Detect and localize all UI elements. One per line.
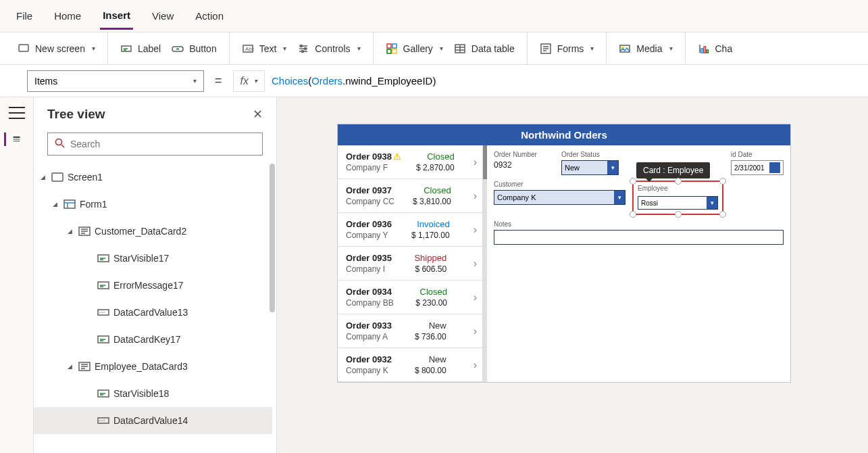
tree-node-Employee_DataCard3[interactable]: ◢Employee_DataCard3 xyxy=(34,353,272,380)
svg-rect-9 xyxy=(387,44,391,48)
tree-panel: Tree view ✕ ◢Screen1◢Form1◢Customer_Data… xyxy=(34,97,277,453)
order-amount: $ 1,170.00 xyxy=(411,231,450,240)
button-button[interactable]: Button xyxy=(169,40,219,57)
tree-node-DataCardKey17[interactable]: DataCardKey17 xyxy=(34,326,272,353)
fx-button[interactable]: fx ▾ xyxy=(233,70,265,92)
tree-node-ErrorMessage17[interactable]: ErrorMessage17 xyxy=(34,272,272,299)
scrollbar[interactable] xyxy=(268,164,276,453)
tree-node-label: DataCardKey17 xyxy=(113,334,181,345)
tree-node-Screen1[interactable]: ◢Screen1 xyxy=(34,164,272,191)
resize-handle[interactable] xyxy=(675,178,682,185)
order-company: Company BB xyxy=(346,298,394,308)
svg-rect-18 xyxy=(704,47,706,53)
menu-view[interactable]: View xyxy=(149,3,176,28)
order-number: Order 0934 xyxy=(346,287,394,297)
property-selector[interactable]: Items ▾ xyxy=(27,70,204,92)
svg-point-29 xyxy=(103,312,104,312)
tree-view-icon[interactable] xyxy=(4,133,20,146)
chevron-down-icon: ▾ xyxy=(357,45,361,52)
menu-insert[interactable]: Insert xyxy=(100,3,133,30)
select-value: New xyxy=(565,164,580,172)
formula-token-fn: Choices xyxy=(272,75,308,87)
order-status: Closed xyxy=(413,185,451,195)
tree-node-Form1[interactable]: ◢Form1 xyxy=(34,191,272,218)
chevron-right-icon: › xyxy=(469,190,477,202)
data-table-button[interactable]: Data table xyxy=(451,40,517,57)
order-list-item[interactable]: Order 0936Company YInvoiced$ 1,170.00› xyxy=(338,213,482,247)
resize-handle[interactable] xyxy=(675,211,682,218)
chevron-down-icon: ▾ xyxy=(590,45,594,52)
tree-node-Customer_DataCard2[interactable]: ◢Customer_DataCard2 xyxy=(34,218,272,245)
label-button[interactable]: Label xyxy=(118,40,163,57)
order-number: Order 0932 xyxy=(346,354,392,364)
tree-node-DataCardValue13[interactable]: DataCardValue13 xyxy=(34,299,272,326)
svg-rect-17 xyxy=(701,49,703,53)
date-value: 2/31/2001 xyxy=(734,164,765,172)
tree-node-label: StarVisible18 xyxy=(113,388,169,399)
scrollbar-thumb[interactable] xyxy=(270,164,275,312)
order-status: Closed xyxy=(415,287,447,297)
chart-button[interactable]: Cha xyxy=(695,40,736,57)
close-icon[interactable]: ✕ xyxy=(253,107,263,122)
tree-search[interactable] xyxy=(47,133,263,156)
media-label: Media xyxy=(636,43,662,54)
notes-input[interactable] xyxy=(494,230,784,245)
order-company: Company Y xyxy=(346,231,392,240)
forms-button[interactable]: Forms ▾ xyxy=(537,40,597,57)
input-icon xyxy=(97,416,109,425)
resize-handle[interactable] xyxy=(630,178,636,185)
gallery-label: Gallery xyxy=(403,43,433,54)
controls-button[interactable]: Controls ▾ xyxy=(295,40,363,57)
customer-select[interactable]: Company K ▾ xyxy=(494,190,626,205)
menu-action[interactable]: Action xyxy=(193,3,226,28)
formula-input[interactable]: Choices(Orders.nwind_EmployeeID) xyxy=(272,75,854,87)
collapse-icon[interactable]: ◢ xyxy=(68,228,74,235)
tree-search-input[interactable] xyxy=(70,139,255,149)
employee-card[interactable]: Card : Employee Employee Rossi ▾ xyxy=(632,181,723,215)
collapse-icon[interactable]: ◢ xyxy=(53,201,59,208)
collapse-icon[interactable]: ◢ xyxy=(68,363,74,370)
chevron-down-icon: ▾ xyxy=(669,45,673,52)
forms-icon xyxy=(540,43,552,55)
order-list-item[interactable]: Order 0935Company IShipped$ 606.50› xyxy=(338,247,482,281)
order-list-item[interactable]: Order 0934Company BBClosed$ 230.00› xyxy=(338,281,482,314)
menu-file[interactable]: File xyxy=(14,3,35,28)
tree-node-StarVisible18[interactable]: StarVisible18 xyxy=(34,380,272,407)
tree-node-DataCardValue14[interactable]: DataCardValue14 xyxy=(34,407,272,434)
chevron-down-icon: ▾ xyxy=(92,45,95,52)
canvas[interactable]: Northwind Orders Order 0938 ⚠Company FCl… xyxy=(277,97,868,453)
tree-node-StarVisible17[interactable]: StarVisible17 xyxy=(34,245,272,272)
order-company: Company F xyxy=(346,163,401,172)
svg-rect-3 xyxy=(176,48,179,49)
hamburger-icon[interactable] xyxy=(9,107,25,119)
resize-handle[interactable] xyxy=(630,211,636,218)
order-list-item[interactable]: Order 0938 ⚠Company FClosed$ 2,870.00› xyxy=(338,145,482,179)
tree-node-label: Screen1 xyxy=(68,172,103,183)
order-list-item[interactable]: Order 0937Company CCClosed$ 3,810.00› xyxy=(338,179,482,213)
order-list-item[interactable]: Order 0932Company KNew$ 800.00› xyxy=(338,348,482,382)
collapse-icon[interactable]: ◢ xyxy=(41,174,47,181)
customer-field: Customer Company K ▾ xyxy=(494,181,626,215)
order-status-select[interactable]: New ▾ xyxy=(561,160,619,175)
order-company: Company A xyxy=(346,332,392,341)
text-button[interactable]: Abc Text ▾ xyxy=(239,40,290,57)
formula-token: .nwind_EmployeeID) xyxy=(342,75,436,87)
svg-point-27 xyxy=(99,312,100,312)
order-list-item[interactable]: Order 0933Company ANew$ 736.00› xyxy=(338,314,482,348)
resize-handle[interactable] xyxy=(719,178,726,185)
media-button[interactable]: Media ▾ xyxy=(616,40,675,57)
svg-rect-21 xyxy=(52,173,63,181)
chevron-down-icon: ▾ xyxy=(607,161,618,174)
chevron-right-icon: › xyxy=(469,224,477,236)
label-icon xyxy=(97,389,109,398)
ribbon: New screen ▾ Label Button Abc Text ▾ Con… xyxy=(0,32,868,65)
employee-select[interactable]: Rossi ▾ xyxy=(638,196,718,210)
menu-home[interactable]: Home xyxy=(51,3,84,28)
resize-handle[interactable] xyxy=(719,211,726,218)
tree-node-label: Employee_DataCard3 xyxy=(95,361,188,372)
new-screen-button[interactable]: New screen ▾ xyxy=(15,40,98,57)
paid-date-picker[interactable]: 2/31/2001 xyxy=(731,160,784,175)
calendar-icon xyxy=(769,162,780,173)
gallery-button[interactable]: Gallery ▾ xyxy=(383,40,446,57)
form-icon xyxy=(63,199,76,209)
